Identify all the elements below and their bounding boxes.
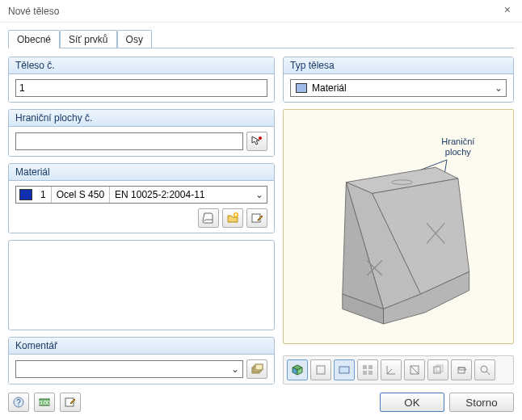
units-icon: 0.00 (38, 396, 51, 409)
tabstrip: Obecné Síť prvků Osy (8, 29, 514, 48)
material-number: 1 (36, 187, 51, 203)
group-body-no: Těleso č. (8, 57, 275, 103)
view-clip-button[interactable] (427, 359, 448, 380)
pick-icon (64, 396, 77, 409)
material-edit-button[interactable] (246, 208, 267, 228)
svg-text:0.00: 0.00 (39, 400, 50, 405)
group-header-boundary: Hraniční plochy č. (9, 110, 274, 127)
tab-general[interactable]: Obecné (8, 30, 60, 48)
group-material: Materiál 1 Ocel S 450 EN 10025-2:2004-11… (8, 163, 275, 233)
axes-icon (385, 363, 398, 376)
svg-line-29 (410, 366, 419, 374)
view-iso-button[interactable] (287, 359, 308, 380)
tab-mesh[interactable]: Síť prvků (60, 30, 117, 48)
group-comment: Komentář ⌄ (8, 337, 275, 384)
close-icon[interactable]: × (504, 3, 511, 16)
chevron-down-icon[interactable]: ⌄ (491, 82, 506, 94)
stack-icon (250, 363, 263, 376)
ok-button[interactable]: OK (380, 393, 444, 412)
pick-boundary-button[interactable] (246, 132, 267, 151)
window-title: Nové těleso (8, 6, 59, 17)
svg-text:?: ? (16, 398, 21, 407)
comment-extra-button[interactable] (246, 359, 267, 379)
body-no-input[interactable] (15, 79, 267, 97)
grid-icon (361, 363, 374, 376)
units-button[interactable]: 0.00 (34, 393, 55, 412)
type-color-swatch (296, 83, 307, 93)
edit-icon (250, 212, 263, 225)
preview-label-line2: plochy (445, 147, 471, 157)
group-header-material: Materiál (9, 164, 274, 181)
type-value: Materiál (312, 82, 491, 94)
material-color-swatch (19, 189, 32, 200)
material-library-button[interactable] (198, 208, 219, 228)
preview-area: Hraniční plochy (283, 109, 514, 344)
section-icon (408, 363, 421, 376)
clip-icon (431, 363, 444, 376)
material-new-button[interactable] (222, 208, 243, 228)
zoom-icon (478, 363, 491, 376)
view-shade-button[interactable] (334, 359, 355, 380)
group-type: Typ tělesa Materiál ⌄ (283, 57, 514, 103)
view-zoom-button[interactable] (474, 359, 495, 380)
svg-rect-25 (368, 365, 373, 369)
group-header-body-no: Těleso č. (9, 57, 274, 74)
cancel-button[interactable]: Storno (449, 393, 514, 412)
svg-rect-24 (363, 365, 367, 369)
solid-preview-icon: Hraniční plochy (301, 118, 495, 336)
comment-combo[interactable]: ⌄ (15, 360, 243, 378)
svg-line-35 (486, 372, 490, 375)
svg-rect-27 (368, 371, 373, 375)
group-header-type: Typ tělesa (284, 57, 513, 74)
folder-new-icon (226, 212, 239, 225)
material-standard: EN 10025-2:2004-11 (109, 187, 252, 203)
svg-rect-5 (255, 364, 263, 370)
wire-icon (314, 363, 327, 376)
svg-rect-30 (434, 367, 440, 373)
view-box-button[interactable] (451, 359, 472, 380)
svg-rect-31 (436, 365, 443, 372)
svg-rect-26 (363, 371, 367, 375)
box-icon (455, 363, 468, 376)
view-grid-button[interactable] (357, 359, 378, 380)
cursor-pick-icon (250, 135, 263, 148)
dialog-footer: ? 0.00 OK Storno (8, 384, 514, 412)
material-name: Ocel S 450 (51, 187, 109, 203)
chevron-down-icon[interactable]: ⌄ (228, 363, 242, 375)
material-combo[interactable]: 1 Ocel S 450 EN 10025-2:2004-11 ⌄ (15, 186, 267, 204)
view-section-button[interactable] (404, 359, 425, 380)
svg-point-34 (481, 366, 487, 372)
left-spacer (8, 240, 275, 330)
svg-rect-23 (339, 367, 349, 373)
type-combo[interactable]: Materiál ⌄ (290, 79, 507, 97)
svg-point-0 (259, 136, 262, 140)
svg-rect-22 (317, 366, 325, 374)
help-button[interactable]: ? (8, 393, 29, 412)
chevron-down-icon[interactable]: ⌄ (252, 189, 267, 200)
help-icon: ? (12, 396, 25, 409)
cube-iso-icon (291, 363, 304, 376)
book-icon (202, 212, 215, 225)
view-axes-button[interactable] (381, 359, 402, 380)
preview-toolbar (283, 355, 514, 384)
preview-label-line1: Hraniční (441, 136, 475, 146)
view-wire-button[interactable] (310, 359, 331, 380)
group-header-comment: Komentář (9, 338, 274, 355)
shade-icon (338, 363, 351, 376)
pick-button[interactable] (60, 393, 81, 412)
group-boundary: Hraniční plochy č. (8, 109, 275, 157)
titlebar: Nové těleso × (0, 0, 522, 23)
tab-axes[interactable]: Osy (117, 30, 152, 48)
boundary-input[interactable] (15, 132, 243, 150)
